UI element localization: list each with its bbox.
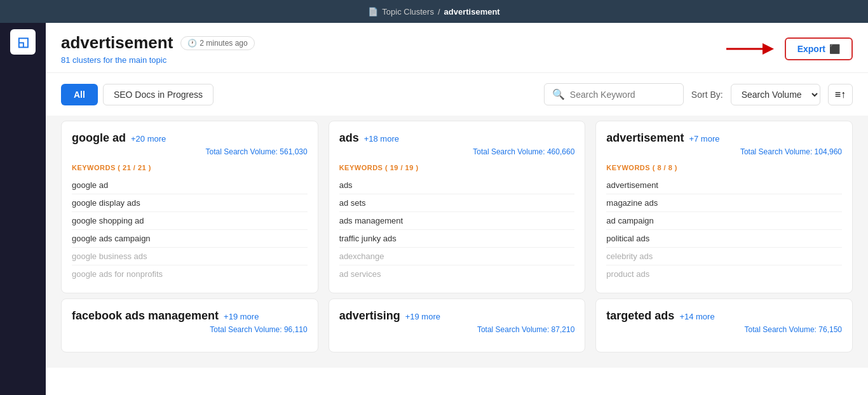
card-volume: Total Search Volume: 460,660 xyxy=(339,147,575,156)
card-more: +18 more xyxy=(364,134,399,144)
card-volume: Total Search Volume: 87,210 xyxy=(339,325,575,334)
cluster-card: google ad +20 more Total Search Volume: … xyxy=(61,121,318,293)
breadcrumb-part2: advertisement xyxy=(444,7,500,17)
document-icon: 📄 xyxy=(368,7,378,17)
card-keywords-label: KEYWORDS ( 8 / 8 ) xyxy=(606,164,842,171)
card-header: google ad +20 more xyxy=(72,131,308,145)
sidebar: ◱ xyxy=(0,23,46,395)
time-text: 2 minutes ago xyxy=(200,39,247,48)
main-content: advertisement 🕐 2 minutes ago 81 cluster… xyxy=(46,23,868,395)
card-partial-header: facebook ads management +19 more xyxy=(72,309,308,323)
toolbar: All SEO Docs in Progress 🔍 Sort By: Sear… xyxy=(46,73,868,116)
bottom-cards-grid: facebook ads management +19 more Total S… xyxy=(46,298,868,368)
keyword-item: ads xyxy=(339,177,575,194)
sort-label: Sort By: xyxy=(691,90,723,100)
toolbar-left: All SEO Docs in Progress xyxy=(61,84,536,105)
card-title: advertisement xyxy=(606,131,684,145)
export-icon: ⬛ xyxy=(829,44,840,54)
card-more: +14 more xyxy=(679,312,714,321)
arrow-icon xyxy=(724,43,775,55)
keyword-item: ad campaign xyxy=(606,212,842,230)
keyword-item: ads management xyxy=(339,212,575,230)
card-more: +7 more xyxy=(689,134,719,144)
card-volume: Total Search Volume: 561,030 xyxy=(72,147,308,156)
keyword-item: advertisement xyxy=(606,177,842,194)
search-input[interactable] xyxy=(570,90,675,100)
logo-icon: ◱ xyxy=(17,34,29,50)
breadcrumb-part1: Topic Clusters xyxy=(382,7,434,17)
card-volume: Total Search Volume: 104,960 xyxy=(606,147,842,156)
keyword-item: google ad xyxy=(72,177,308,194)
breadcrumb-separator: / xyxy=(438,7,440,17)
cluster-card-partial: targeted ads +14 more Total Search Volum… xyxy=(595,298,853,352)
card-header: advertisement +7 more xyxy=(606,131,842,145)
keyword-item: magazine ads xyxy=(606,194,842,212)
card-partial-header: advertising +19 more xyxy=(339,309,575,323)
keyword-item: google display ads xyxy=(72,194,308,212)
all-filter-button[interactable]: All xyxy=(61,84,98,105)
page-title: advertisement 🕐 2 minutes ago xyxy=(61,33,255,53)
page-header: advertisement 🕐 2 minutes ago 81 cluster… xyxy=(46,23,868,73)
keyword-item: google business ads xyxy=(72,248,308,265)
time-badge: 🕐 2 minutes ago xyxy=(180,36,254,50)
card-more: +20 more xyxy=(131,134,166,144)
arrow-indicator xyxy=(724,43,775,55)
sort-select[interactable]: Search Volume xyxy=(731,84,820,105)
keyword-item: ad sets xyxy=(339,194,575,212)
card-more: +19 more xyxy=(224,312,259,321)
clock-icon: 🕐 xyxy=(187,39,197,48)
card-title: ads xyxy=(339,131,359,145)
header-right: Export ⬛ xyxy=(724,37,853,60)
filter-button[interactable]: ≡↑ xyxy=(828,84,853,105)
card-more: +19 more xyxy=(405,312,440,321)
toolbar-right: 🔍 Sort By: Search Volume ≡↑ xyxy=(544,83,853,105)
title-text: advertisement xyxy=(61,33,173,53)
header-left: advertisement 🕐 2 minutes ago 81 cluster… xyxy=(61,33,255,65)
logo: ◱ xyxy=(10,29,36,55)
card-keywords-label: KEYWORDS ( 21 / 21 ) xyxy=(72,164,308,171)
top-bar: 📄 Topic Clusters / advertisement xyxy=(0,0,868,23)
card-title: google ad xyxy=(72,131,126,145)
export-label: Export xyxy=(797,44,825,54)
card-title: targeted ads xyxy=(606,309,674,323)
keyword-item: celebrity ads xyxy=(606,248,842,265)
keyword-item: traffic junky ads xyxy=(339,230,575,248)
cluster-card-partial: facebook ads management +19 more Total S… xyxy=(61,298,318,352)
keyword-item: google ads for nonprofits xyxy=(72,265,308,283)
keyword-item: adexchange xyxy=(339,248,575,265)
seo-docs-filter-button[interactable]: SEO Docs in Progress xyxy=(103,84,214,105)
card-title: facebook ads management xyxy=(72,309,219,323)
search-icon: 🔍 xyxy=(552,88,565,100)
subtitle: 81 clusters for the main topic xyxy=(61,55,255,65)
cluster-card: ads +18 more Total Search Volume: 460,66… xyxy=(329,121,586,293)
card-header: ads +18 more xyxy=(339,131,575,145)
cluster-card-partial: advertising +19 more Total Search Volume… xyxy=(329,298,586,352)
keyword-item: google shopping ad xyxy=(72,212,308,230)
keyword-item: ad services xyxy=(339,265,575,283)
cluster-card: advertisement +7 more Total Search Volum… xyxy=(595,121,853,293)
card-volume: Total Search Volume: 76,150 xyxy=(606,325,842,334)
card-volume: Total Search Volume: 96,110 xyxy=(72,325,308,334)
search-box: 🔍 xyxy=(544,83,684,105)
card-keywords-label: KEYWORDS ( 19 / 19 ) xyxy=(339,164,575,171)
keyword-item: political ads xyxy=(606,230,842,248)
card-title: advertising xyxy=(339,309,400,323)
card-partial-header: targeted ads +14 more xyxy=(606,309,842,323)
keyword-item: google ads campaign xyxy=(72,230,308,248)
cards-grid: google ad +20 more Total Search Volume: … xyxy=(46,116,868,298)
keyword-item: product ads xyxy=(606,265,842,283)
export-button[interactable]: Export ⬛ xyxy=(785,37,853,60)
